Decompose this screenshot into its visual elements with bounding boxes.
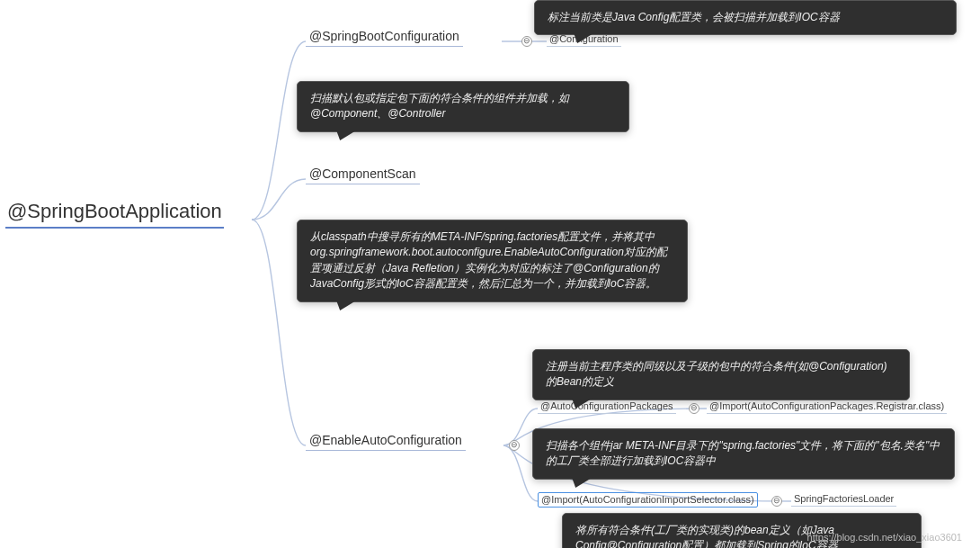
note-text: 标注当前类是Java Config配置类，会被扫描并加载到IOC容器	[548, 11, 840, 23]
note-component-scan: 扫描默认包或指定包下面的符合条件的组件并加载，如@Component、@Cont…	[297, 81, 629, 132]
collapse-icon[interactable]	[521, 36, 532, 47]
leaf-import-registrar[interactable]: @Import(AutoConfigurationPackages.Regist…	[707, 400, 947, 414]
leaf-label: SpringFactoriesLoader	[794, 493, 894, 504]
leaf-label: @AutoConfigurationPackages	[540, 400, 673, 411]
note-auto-config-packages: 注册当前主程序类的同级以及子级的包中的符合条件(如@Configuration)…	[532, 349, 910, 400]
node-component-scan[interactable]: @ComponentScan	[306, 165, 420, 184]
note-text: 将所有符合条件(工厂类的实现类)的bean定义（如Java Config@Con…	[575, 524, 838, 548]
note-text: 注册当前主程序类的同级以及子级的包中的符合条件(如@Configuration)…	[546, 360, 887, 388]
collapse-icon[interactable]	[771, 496, 782, 507]
note-text: 扫描默认包或指定包下面的符合条件的组件并加载，如@Component、@Cont…	[310, 92, 569, 120]
watermark: https://blog.csdn.net/xiao_xiao3601	[807, 532, 962, 543]
leaf-import-selector[interactable]: @Import(AutoConfigurationImportSelector.…	[538, 492, 758, 508]
note-spring-factories-loader: 将所有符合条件(工厂类的实现类)的bean定义（如Java Config@Con…	[562, 513, 922, 548]
collapse-icon[interactable]	[509, 440, 520, 451]
note-text: 从classpath中搜寻所有的META-INF/spring.factorie…	[310, 230, 667, 290]
root-node[interactable]: @SpringBootApplication	[5, 198, 224, 229]
note-text: 扫描各个组件jar META-INF目录下的"spring.factories"…	[546, 439, 940, 467]
node-label: @SpringBootConfiguration	[309, 29, 459, 43]
leaf-auto-config-packages[interactable]: @AutoConfigurationPackages	[538, 400, 676, 414]
leaf-label: @Import(AutoConfigurationImportSelector.…	[541, 494, 754, 505]
collapse-icon[interactable]	[689, 403, 699, 414]
root-label: @SpringBootApplication	[7, 200, 222, 222]
node-label: @ComponentScan	[309, 166, 416, 181]
node-springboot-configuration[interactable]: @SpringBootConfiguration	[306, 27, 463, 47]
node-enable-auto-configuration[interactable]: @EnableAutoConfiguration	[306, 431, 466, 451]
leaf-spring-factories-loader[interactable]: SpringFactoriesLoader	[791, 492, 896, 507]
note-configuration: 标注当前类是Java Config配置类，会被扫描并加载到IOC容器	[534, 0, 957, 35]
note-enable-auto-config: 从classpath中搜寻所有的META-INF/spring.factorie…	[297, 220, 688, 302]
leaf-label: @Import(AutoConfigurationPackages.Regist…	[709, 400, 944, 411]
watermark-text: https://blog.csdn.net/xiao_xiao3601	[807, 532, 962, 543]
note-import-selector: 扫描各个组件jar META-INF目录下的"spring.factories"…	[532, 428, 955, 480]
node-label: @EnableAutoConfiguration	[309, 433, 462, 447]
